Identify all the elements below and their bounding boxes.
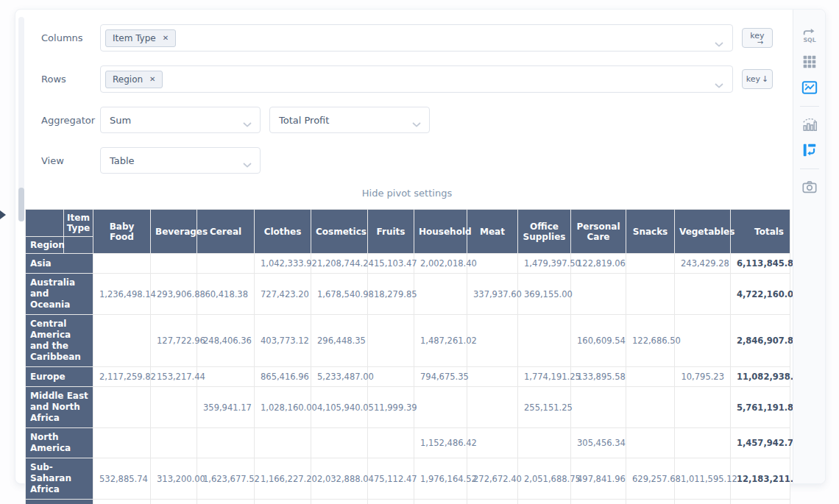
pivot-cell: 243,429.28	[675, 254, 731, 274]
pivot-cell	[675, 274, 731, 315]
pivot-cell: 160,609.54	[571, 315, 626, 367]
view-control-row: View Table	[41, 147, 773, 174]
pivot-cell: 1,011,595.12	[675, 458, 731, 500]
bar-chart-icon[interactable]	[799, 114, 820, 135]
pivot-cell: 122,819.06	[571, 254, 626, 274]
pivot-cell	[626, 254, 675, 274]
camera-icon[interactable]	[799, 177, 820, 197]
pivot-settings-panel: Columns Item Type ✕ key → Rows	[15, 10, 793, 483]
panel-expand-arrow[interactable]	[0, 210, 6, 219]
columns-control-row: Columns Item Type ✕ key →	[41, 24, 773, 52]
pivot-cell: 153,217.44	[151, 367, 197, 387]
visualization-card: Columns Item Type ✕ key → Rows	[15, 9, 826, 484]
pivot-cell	[311, 428, 368, 458]
pivot-cell	[93, 254, 151, 274]
row-attribute-label: Region	[26, 237, 64, 254]
row-total-cell: 11,082,938.63	[731, 367, 790, 387]
corner-blank-cell	[64, 237, 93, 254]
aggregator-value-select[interactable]: Total Profit	[269, 107, 430, 133]
col-header: Personal Care	[571, 210, 626, 254]
remove-tag-icon[interactable]: ✕	[163, 35, 169, 42]
pivot-cell	[151, 428, 197, 458]
arrow-right-icon: →	[757, 39, 763, 46]
col-total-cell: 1,220,622.48	[571, 500, 626, 504]
pivot-cell	[675, 387, 731, 428]
pivot-cell: 369,155.00	[518, 274, 571, 315]
pivot-cell: 727,423.20	[255, 274, 311, 315]
remove-tag-icon[interactable]: ✕	[149, 76, 155, 83]
pivot-cell: 359,941.17	[197, 387, 255, 428]
chevron-down-icon	[243, 118, 252, 129]
pivot-cell: 296,448.35	[311, 315, 368, 367]
pivot-cell: 5,233,487.00	[311, 367, 368, 387]
pivot-table-wrap: Item TypeBaby FoodBeveragesCerealClothes…	[25, 209, 773, 504]
pivot-table: Item TypeBaby FoodBeveragesCerealClothes…	[25, 209, 790, 504]
col-total-cell: 5,233,334.40	[255, 500, 311, 504]
pivot-cell	[197, 428, 255, 458]
col-total-cell: 751,944.18	[626, 500, 675, 504]
pivot-cell	[368, 315, 414, 367]
pivot-cell: 122,686.50	[626, 315, 675, 367]
columns-sort-key-button[interactable]: key →	[742, 28, 773, 48]
pivot-cell: 337,937.60	[467, 274, 518, 315]
table-row: North America1,152,486.42305,456.341,457…	[26, 428, 790, 458]
view-select[interactable]: Table	[100, 147, 261, 174]
visualization-rail: SQL	[793, 10, 825, 483]
pivot-cell	[255, 428, 311, 458]
pivot-cell: 1,166,227.20	[255, 458, 311, 500]
table-grid-icon[interactable]	[799, 52, 820, 72]
hide-pivot-settings-link[interactable]: Hide pivot settings	[41, 188, 773, 199]
pivot-cell: 1,487,261.02	[414, 315, 467, 367]
pivot-cell	[626, 367, 675, 387]
pivot-cell: 1,479,397.50	[518, 254, 571, 274]
rows-select[interactable]: Region ✕	[100, 65, 733, 93]
pivot-cell	[518, 428, 571, 458]
chevron-down-icon	[412, 118, 421, 129]
settings-scrollbar[interactable]	[18, 17, 24, 221]
pivot-cell: 1,976,164.52	[414, 458, 467, 500]
pivot-cell	[467, 367, 518, 387]
columns-select[interactable]: Item Type ✕	[100, 24, 733, 52]
rows-tag-region[interactable]: Region ✕	[105, 71, 163, 88]
pivot-cell	[197, 367, 255, 387]
col-total-cell: 7,412,605.71	[414, 500, 467, 504]
table-row: Middle East and North Africa359,941.171,…	[26, 387, 790, 428]
columns-tag-item-type[interactable]: Item Type ✕	[105, 29, 176, 47]
pivot-pipeline-icon[interactable]	[799, 140, 820, 160]
row-total-cell: 12,183,211.40	[731, 458, 790, 500]
rows-sort-key-button[interactable]: key ↓	[742, 69, 773, 89]
col-total-cell: 2,292,443.43	[197, 500, 255, 504]
col-total-cell: 3,886,643.70	[93, 500, 151, 504]
row-total-cell: 5,761,191.86	[731, 387, 790, 428]
pivot-cell: 2,032,888.04	[311, 458, 368, 500]
pivot-cell: 2,002,018.40	[414, 254, 467, 274]
pivot-cell	[414, 274, 467, 315]
pivot-cell	[571, 387, 626, 428]
sql-icon[interactable]: SQL	[799, 26, 820, 46]
pivot-cell: 1,028,160.00	[255, 387, 311, 428]
chevron-down-icon	[715, 77, 723, 91]
pivot-cell: 497,841.96	[571, 458, 626, 500]
pivot-cell: 794,675.35	[414, 367, 467, 387]
pivot-cell: 2,051,688.75	[518, 458, 571, 500]
pivot-cell: 15,103.47	[368, 254, 414, 274]
col-header: Snacks	[626, 210, 675, 254]
settings-scrollbar-thumb[interactable]	[18, 188, 24, 221]
col-header: Vegetables	[675, 210, 731, 254]
chart-image-icon[interactable]	[799, 77, 820, 98]
pivot-cell: 403,773.12	[255, 315, 311, 367]
columns-label: Columns	[41, 32, 100, 43]
row-header: Middle East and North Africa	[26, 387, 93, 428]
rail-divider	[800, 106, 819, 107]
pivot-cell	[93, 315, 151, 367]
totals-row-header: Totals	[26, 500, 93, 504]
aggregator-select[interactable]: Sum	[100, 107, 261, 133]
pivot-cell: 60,418.38	[197, 274, 255, 315]
col-total-cell: 120,495.18	[368, 500, 414, 504]
pivot-cell	[626, 387, 675, 428]
totals-row: Totals3,886,643.70888,047.282,292,443.43…	[26, 500, 790, 504]
pivot-cell: 133,895.58	[571, 367, 626, 387]
pivot-cell: 1,042,333.92	[255, 254, 311, 274]
pivot-cell	[626, 274, 675, 315]
row-header: Sub-Saharan Africa	[26, 458, 93, 500]
